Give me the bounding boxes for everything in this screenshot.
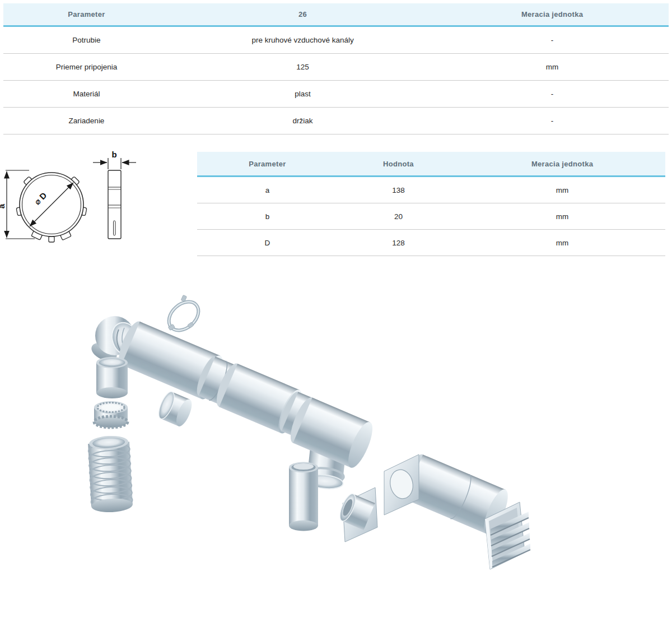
header-row: Parameter Hodnota Meracia jednotka xyxy=(197,152,665,177)
table-row: Zariadenie držiak - xyxy=(3,108,669,134)
product-parameters-table: Parameter 26 Meracia jednotka Potrubie p… xyxy=(3,3,669,134)
sleeve-cylinder xyxy=(96,357,128,398)
header-row: Parameter 26 Meracia jednotka xyxy=(3,3,669,26)
mounting-plate-with-spigot xyxy=(337,488,377,542)
cell-value: 125 xyxy=(170,54,436,81)
header-unit: Meracia jednotka xyxy=(436,3,669,26)
table-row: a 138 mm xyxy=(197,177,665,203)
exploded-duct-kit-illustration xyxy=(78,289,644,602)
cell-parameter: Materiál xyxy=(3,81,170,108)
header-parameter: Parameter xyxy=(3,3,170,26)
dimensions-table: Parameter Hodnota Meracia jednotka a 138… xyxy=(197,152,665,256)
connector-ring xyxy=(156,390,195,429)
table-row: b 20 mm xyxy=(197,203,665,230)
table-row: Priemer pripojenia 125 mm xyxy=(3,54,669,81)
dimensions-table-header: Parameter Hodnota Meracia jednotka xyxy=(197,152,665,177)
table-row: Potrubie pre kruhové vzduchové kanály - xyxy=(3,26,669,54)
cell-unit: mm xyxy=(436,54,669,81)
cell-unit: - xyxy=(436,26,669,54)
product-spec-page: Parameter 26 Meracia jednotka Potrubie p… xyxy=(0,0,672,622)
table-row: Materiál plast - xyxy=(3,81,669,108)
cell-value: 128 xyxy=(338,230,459,256)
clamp-band-ring xyxy=(158,293,206,340)
header-unit: Meracia jednotka xyxy=(459,152,665,177)
cell-value: 138 xyxy=(338,177,459,203)
cell-unit: - xyxy=(436,81,669,108)
dimension-label-a: a xyxy=(0,203,6,208)
product-table-header: Parameter 26 Meracia jednotka xyxy=(3,3,669,26)
cell-parameter: Potrubie xyxy=(3,26,170,54)
dimension-label-b: b xyxy=(111,150,116,159)
header-value: Hodnota xyxy=(338,152,459,177)
wall-plate-with-hole xyxy=(384,454,419,515)
cell-parameter: b xyxy=(197,203,338,230)
cell-parameter: Priemer pripojenia xyxy=(3,54,170,81)
cell-value: držiak xyxy=(170,108,436,134)
b-dimension xyxy=(93,158,136,169)
cell-unit: mm xyxy=(459,177,665,203)
dimension-drawing: ⌀ D a b xyxy=(0,150,143,262)
header-parameter: Parameter xyxy=(197,152,338,177)
flexible-hose xyxy=(88,435,133,513)
toothed-collar-ring xyxy=(94,401,128,428)
table-row: D 128 mm xyxy=(197,230,665,256)
header-product-number: 26 xyxy=(170,3,436,26)
clamp-side-view xyxy=(108,170,121,239)
cell-unit: mm xyxy=(459,230,665,256)
cell-unit: mm xyxy=(459,203,665,230)
cell-parameter: Zariadenie xyxy=(3,108,170,134)
cell-value: pre kruhové vzduchové kanály xyxy=(170,26,436,54)
clamp-front-view xyxy=(16,173,87,242)
cell-value: plast xyxy=(170,81,436,108)
cell-parameter: D xyxy=(197,230,338,256)
cell-unit: - xyxy=(436,108,669,134)
vertical-pipe xyxy=(289,462,318,531)
cell-value: 20 xyxy=(338,203,459,230)
cell-parameter: a xyxy=(197,177,338,203)
